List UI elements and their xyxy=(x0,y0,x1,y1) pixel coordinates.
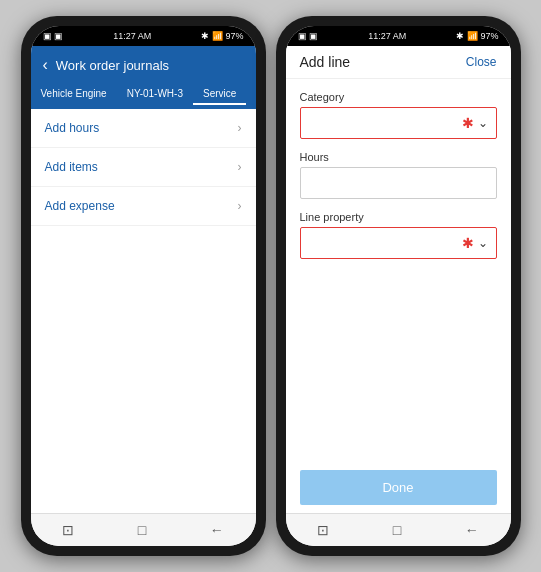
add-expense-chevron: › xyxy=(238,199,242,213)
add-items-label: Add items xyxy=(45,160,98,174)
add-hours-item[interactable]: Add hours › xyxy=(31,109,256,148)
left-nav-bar: ‹ Work order journals xyxy=(31,46,256,84)
form-area: Category ✱ ⌄ Hours Line property xyxy=(286,79,511,470)
hours-label: Hours xyxy=(300,151,497,163)
left-content: Add hours › Add items › Add expense › xyxy=(31,109,256,513)
right-nav-home[interactable]: □ xyxy=(393,522,401,538)
add-items-chevron: › xyxy=(238,160,242,174)
category-chevron-icon: ⌄ xyxy=(478,116,488,130)
left-nav-back[interactable]: ← xyxy=(210,522,224,538)
line-property-required-icon: ✱ xyxy=(462,235,474,251)
left-nav-recents[interactable]: ⊡ xyxy=(62,522,74,538)
category-required-icon: ✱ xyxy=(462,115,474,131)
right-status-bar: ▣ ▣ 11:27 AM ✱ 📶 97% xyxy=(286,26,511,46)
nav-title: Work order journals xyxy=(56,58,169,73)
line-property-chevron-icon: ⌄ xyxy=(478,236,488,250)
line-property-group: Line property ✱ ⌄ xyxy=(300,211,497,259)
line-property-dropdown[interactable]: ✱ ⌄ xyxy=(300,227,497,259)
tab-vehicle-engine[interactable]: Vehicle Engine xyxy=(31,84,117,105)
right-nav-recents[interactable]: ⊡ xyxy=(317,522,329,538)
left-phone: ▣ ▣ 11:27 AM ✱ 📶 97% ‹ Work order journa… xyxy=(21,16,266,556)
done-button[interactable]: Done xyxy=(300,470,497,505)
add-hours-chevron: › xyxy=(238,121,242,135)
category-dropdown[interactable]: ✱ ⌄ xyxy=(300,107,497,139)
right-bottom-nav: ⊡ □ ← xyxy=(286,513,511,546)
add-expense-item[interactable]: Add expense › xyxy=(31,187,256,226)
left-status-time: 11:27 AM xyxy=(113,31,151,41)
add-line-title: Add line xyxy=(300,54,351,70)
hours-input[interactable] xyxy=(300,167,497,199)
left-status-bar: ▣ ▣ 11:27 AM ✱ 📶 97% xyxy=(31,26,256,46)
right-nav-back[interactable]: ← xyxy=(465,522,479,538)
add-hours-label: Add hours xyxy=(45,121,100,135)
right-status-icons: ✱ 📶 97% xyxy=(456,31,498,41)
tab-strip: Vehicle Engine NY-01-WH-3 Service xyxy=(31,84,256,109)
line-property-label: Line property xyxy=(300,211,497,223)
left-bottom-nav: ⊡ □ ← xyxy=(31,513,256,546)
add-items-item[interactable]: Add items › xyxy=(31,148,256,187)
close-button[interactable]: Close xyxy=(466,55,497,69)
left-nav-home[interactable]: □ xyxy=(138,522,146,538)
add-line-header: Add line Close xyxy=(286,46,511,79)
right-phone: ▣ ▣ 11:27 AM ✱ 📶 97% Add line Close Cate… xyxy=(276,16,521,556)
category-label: Category xyxy=(300,91,497,103)
left-status-icons: ✱ 📶 97% xyxy=(201,31,243,41)
tab-ny-01-wh-3[interactable]: NY-01-WH-3 xyxy=(117,84,193,105)
back-button[interactable]: ‹ xyxy=(43,56,48,74)
hours-group: Hours xyxy=(300,151,497,199)
left-status-left: ▣ ▣ xyxy=(43,31,64,41)
right-status-left: ▣ ▣ xyxy=(298,31,319,41)
add-expense-label: Add expense xyxy=(45,199,115,213)
category-group: Category ✱ ⌄ xyxy=(300,91,497,139)
right-status-time: 11:27 AM xyxy=(368,31,406,41)
tab-service[interactable]: Service xyxy=(193,84,246,105)
